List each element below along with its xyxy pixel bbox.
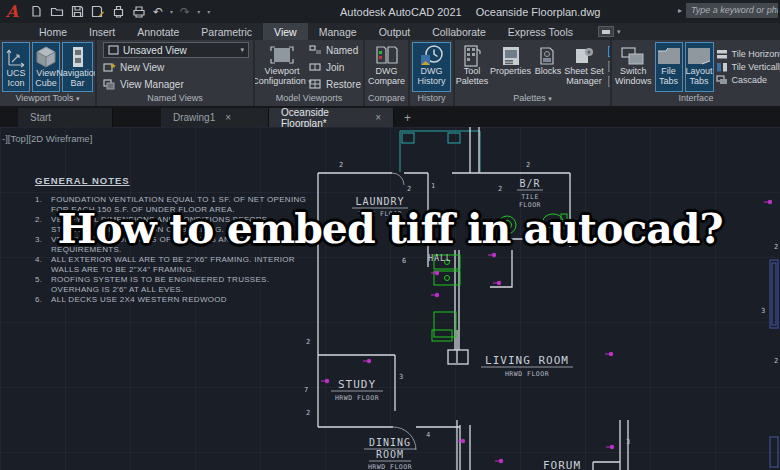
room-sublabel-dining: HRWD FLOOR [368, 463, 412, 470]
panel-history: DWG History History [410, 40, 455, 106]
tab-home[interactable]: Home [28, 23, 78, 40]
switch-windows-button[interactable]: Switch Windows [614, 42, 653, 92]
viewport-controls-label[interactable]: -][Top][2D Wireframe] [2, 133, 92, 144]
sheet-set-manager-button[interactable]: Sheet Set Manager [564, 42, 604, 92]
tab-collaborate[interactable]: Collaborate [421, 23, 497, 40]
file-tab-start[interactable]: Start [18, 108, 113, 127]
qat-customize-icon[interactable]: ▾ [207, 8, 210, 15]
join-viewports-button[interactable]: Join [309, 59, 361, 75]
dwg-compare-icon [374, 45, 400, 67]
svg-text:2: 2 [407, 185, 411, 193]
viewport-configuration-icon [269, 45, 295, 67]
tab-parametric[interactable]: Parametric [190, 23, 263, 40]
room-sublabel-br-tile: TILE [521, 193, 539, 201]
new-file-icon[interactable] [30, 5, 43, 18]
plot-icon[interactable] [112, 5, 125, 18]
properties-icon [500, 45, 522, 67]
panel-footer-model-viewports: Model Viewports [255, 92, 363, 106]
layout-tabs-icon [686, 45, 712, 67]
dwg-compare-button[interactable]: DWG Compare [367, 42, 406, 92]
layout-tabs-button[interactable]: Layout Tabs [685, 42, 714, 92]
room-sublabel-living-room: HRWD FLOOR [505, 370, 549, 378]
view-manager-icon [103, 79, 116, 90]
close-icon[interactable]: × [375, 112, 381, 123]
redo-dropdown-icon[interactable]: ▾ [197, 8, 200, 15]
svg-text:2: 2 [339, 161, 343, 169]
named-viewports-button[interactable]: Named [309, 42, 361, 58]
note-item: 6.ALL DECKS USE 2X4 WESTERN REDWOOD [35, 295, 311, 305]
viewport-configuration-button[interactable]: Viewport Configuration ▾ [257, 42, 307, 92]
cascade-button[interactable]: Cascade [716, 75, 780, 85]
tile-horizontal-icon [716, 49, 728, 59]
tool-palettes-icon [463, 45, 481, 67]
navigation-bar-button[interactable]: Navigation Bar [62, 42, 93, 92]
blocks-button[interactable]: Blocks [534, 42, 562, 92]
restore-viewports-icon [309, 79, 322, 89]
tab-view[interactable]: View [263, 23, 308, 40]
tool-palettes-button[interactable]: Tool Palettes [457, 42, 487, 92]
view-combo-box[interactable]: Unsaved View ▾ [103, 42, 249, 58]
note-item: 4.ALL EXTERIOR WALL ARE TO BE 2"X6" FRAM… [35, 255, 311, 274]
new-drawing-tab-button[interactable]: + [394, 108, 421, 127]
panel-footer-palettes[interactable]: Palettes ▾ [455, 92, 610, 106]
open-folder-icon[interactable] [50, 5, 64, 18]
svg-text:3: 3 [761, 307, 765, 315]
file-tab-drawing1[interactable]: Drawing1 × [161, 108, 269, 127]
ucs-icon-button[interactable]: UCS Icon [2, 42, 30, 92]
ribbon-tab-bar: Home Insert Annotate Parametric View Man… [0, 23, 780, 40]
save-as-icon[interactable] [91, 5, 105, 18]
svg-text:2: 2 [306, 338, 310, 346]
ribbon-minimize-icon [598, 26, 614, 37]
undo-icon[interactable]: ↶ [153, 6, 163, 18]
window-arrange-buttons: Tile Horizontally Tile Vertically Cascad… [716, 42, 780, 92]
room-label-living-room: LIVING ROOM [485, 354, 569, 367]
properties-button[interactable]: Properties [489, 42, 532, 92]
file-tabs-button[interactable]: File Tabs [655, 42, 683, 92]
panel-footer-named-views: Named Views [97, 92, 253, 106]
room-label-br: B/R [519, 178, 540, 189]
drawing-canvas[interactable]: LAUNDRY TILE FLOOR B/R TILE FLOOR HALL S… [0, 127, 780, 470]
print-icon[interactable] [132, 5, 146, 18]
tile-vertical-icon [716, 62, 728, 72]
tab-insert[interactable]: Insert [78, 23, 126, 40]
file-tabs-icon [656, 45, 682, 67]
blocks-icon [537, 45, 559, 67]
note-item: 5.ROOFING SYSTEM IS TO BE ENGINEERED TRU… [35, 275, 311, 294]
panel-footer-history: History [410, 92, 453, 106]
general-notes-heading: GENERAL NOTES [35, 175, 311, 186]
dwg-history-button[interactable]: DWG History [412, 42, 451, 92]
svg-text:3: 3 [399, 373, 403, 381]
save-icon[interactable] [71, 5, 84, 18]
tile-horizontally-button[interactable]: Tile Horizontally [716, 49, 780, 59]
tab-express-tools[interactable]: Express Tools [497, 23, 584, 40]
svg-text:3: 3 [626, 438, 630, 446]
view-cube-button[interactable]: View Cube [32, 42, 60, 92]
named-viewports-icon [309, 45, 322, 55]
ribbon-display-options-button[interactable]: ▾ [598, 23, 621, 40]
file-tab-oceanside-floorplan[interactable]: Oceanside Floorplan* × [269, 108, 394, 127]
panel-named-views: Unsaved View ▾ New View View Manager Nam… [97, 40, 255, 106]
chevron-down-icon: ▾ [617, 28, 621, 36]
join-viewports-icon [309, 62, 322, 72]
tab-annotate[interactable]: Annotate [126, 23, 190, 40]
panel-palettes: Tool Palettes Properties Blocks Sheet Se… [455, 40, 612, 106]
room-label-study: STUDY [338, 378, 376, 391]
window-title: Autodesk AutoCAD 2021 Oceanside Floorpla… [340, 0, 600, 23]
panel-expand-icon: ▾ [548, 95, 552, 102]
panel-footer-viewport-tools[interactable]: Viewport Tools ▾ [0, 92, 95, 106]
tab-output[interactable]: Output [368, 23, 422, 40]
undo-dropdown-icon[interactable]: ▾ [170, 8, 173, 15]
restore-viewports-button[interactable]: Restore [309, 76, 361, 92]
search-input[interactable]: Type a keyword or phrase [686, 3, 778, 18]
view-icon [108, 45, 119, 55]
tab-manage[interactable]: Manage [308, 23, 368, 40]
close-icon[interactable]: × [225, 112, 231, 123]
autocad-logo-icon[interactable]: A [0, 0, 24, 23]
svg-text:6: 6 [402, 257, 406, 265]
search-expand-icon[interactable]: ▸ [678, 6, 682, 15]
new-view-button[interactable]: New View [103, 59, 251, 75]
redo-icon[interactable]: ↷ [180, 6, 190, 18]
panel-footer-compare: Compare [365, 92, 408, 106]
view-manager-button[interactable]: View Manager [103, 76, 251, 92]
tile-vertically-button[interactable]: Tile Vertically [716, 62, 780, 72]
